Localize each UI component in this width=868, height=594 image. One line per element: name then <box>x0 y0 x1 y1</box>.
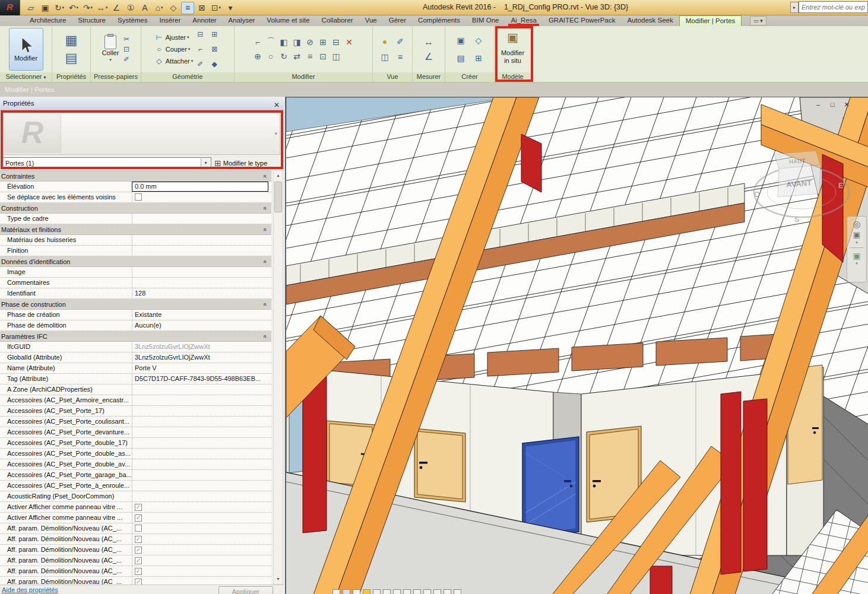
tab-bim-one[interactable]: BIM One <box>466 15 505 26</box>
search-input[interactable] <box>799 1 868 13</box>
move-icon[interactable]: ⊕ <box>252 51 264 62</box>
property-value[interactable] <box>132 395 268 405</box>
open-icon[interactable]: ▱ <box>24 2 37 14</box>
beam-joins-icon[interactable]: ⊞ <box>209 30 220 40</box>
modify-button[interactable]: Modifier <box>9 28 43 71</box>
property-value[interactable] <box>132 459 268 469</box>
offset-icon[interactable]: ⌒ <box>265 37 277 48</box>
scale-icon[interactable]: ⊡ <box>317 51 329 62</box>
property-value[interactable] <box>132 385 268 395</box>
zoom-icon[interactable]: ▣ <box>853 250 860 261</box>
materials-icon[interactable]: ▦ <box>62 31 80 49</box>
checkbox-checked[interactable]: ✓ <box>135 579 142 585</box>
view-control-bar[interactable] <box>332 589 677 594</box>
create-parts-icon[interactable]: ⊞ <box>473 53 484 64</box>
panel-label-modele[interactable]: Modèle <box>495 72 531 82</box>
section-header[interactable]: Matériaux et finitions« <box>0 224 271 235</box>
panel-label-geometrie[interactable]: Géométrie <box>141 72 234 82</box>
type-preview[interactable]: R ▾ <box>2 112 280 155</box>
close-icon[interactable]: ✕ <box>274 99 280 112</box>
tab-syst-mes[interactable]: Systèmes <box>112 15 154 26</box>
paste-button[interactable]: Coller ▾ <box>100 28 121 71</box>
viewcube-east-label[interactable]: E <box>838 181 844 190</box>
property-value[interactable]: ✓ <box>132 545 268 555</box>
section-header[interactable]: Contraintes« <box>0 171 271 182</box>
match-type-icon[interactable]: ✐ <box>121 55 132 65</box>
property-value[interactable] <box>132 523 268 533</box>
property-value[interactable]: ✓ <box>132 566 268 576</box>
property-value[interactable] <box>132 214 268 224</box>
wall-joins-icon[interactable]: ⊟ <box>195 30 205 40</box>
cope-button[interactable]: ⊢Ajuster▾ <box>154 31 193 43</box>
section-header[interactable]: Phase de construction« <box>0 299 271 310</box>
text-icon[interactable]: A <box>138 2 151 14</box>
infocenter-expand-icon[interactable]: ▸ <box>790 2 799 13</box>
property-value[interactable]: ✓ <box>132 577 268 585</box>
tab-g-rer[interactable]: Gérer <box>383 15 412 26</box>
tab-vue[interactable]: Vue <box>359 15 383 26</box>
mirror-draw-axis-icon[interactable]: ◨ <box>291 37 303 48</box>
default-3d-view-icon[interactable]: ⌂▾ <box>153 2 166 14</box>
join-geometry-button[interactable]: ◇Attacher▾ <box>154 55 193 67</box>
temporary-hide-icon[interactable] <box>413 589 421 594</box>
property-value[interactable] <box>132 491 268 501</box>
panel-label-creer[interactable]: Créer <box>445 72 494 82</box>
tab-collaborer[interactable]: Collaborer <box>316 15 359 26</box>
visual-style-icon[interactable] <box>353 589 360 594</box>
property-value[interactable] <box>132 267 268 277</box>
tab-modifier-portes[interactable]: Modifier | Portes <box>679 15 742 26</box>
steering-wheel-icon[interactable]: ◎ <box>853 219 860 230</box>
cut-icon[interactable]: ✂ <box>121 34 132 45</box>
property-value[interactable]: Aucun(e) <box>132 320 268 331</box>
copy-element-icon[interactable]: ○ <box>265 51 277 62</box>
shadows-icon[interactable] <box>373 589 381 594</box>
reveal-hidden-icon[interactable] <box>423 589 431 594</box>
tag-icon[interactable]: ① <box>124 2 137 14</box>
detail-level-icon[interactable] <box>343 589 350 594</box>
redo-icon[interactable]: ↷▾ <box>81 2 94 14</box>
crop-icon[interactable] <box>383 589 391 594</box>
sun-icon[interactable] <box>363 589 370 594</box>
scrollbar-thumb[interactable] <box>274 182 282 212</box>
tab-compl-ments[interactable]: Compléments <box>412 15 466 26</box>
switch-windows-icon[interactable]: ⊡▾ <box>210 2 223 14</box>
tab-architecture[interactable]: Architecture <box>24 15 72 26</box>
checkbox-checked[interactable]: ✓ <box>135 568 142 575</box>
split-icon[interactable]: ⊘ <box>304 37 316 48</box>
customize-qat-icon[interactable]: ▾ <box>224 2 237 14</box>
thin-lines-icon[interactable]: ≡ <box>181 2 194 14</box>
displace-elements-icon[interactable]: ◫ <box>379 52 391 63</box>
crop-visibility-icon[interactable] <box>393 589 401 594</box>
linework-icon[interactable]: ≡ <box>394 52 406 63</box>
close-icon[interactable]: ✕ <box>840 100 854 110</box>
property-value[interactable] <box>132 427 268 437</box>
trim-extend-icon[interactable]: ⇄ <box>291 51 303 62</box>
selection-filter-combo[interactable]: Portes (1) ▾ <box>2 157 211 169</box>
section-header[interactable]: Données d'identification« <box>0 256 271 267</box>
tab-ins-rer[interactable]: Insérer <box>154 15 187 26</box>
checkbox-checked[interactable]: ✓ <box>135 504 142 511</box>
properties-help-link[interactable]: Aide des propriétés <box>2 586 58 593</box>
cut-geometry-button[interactable]: ○Couper▾ <box>154 43 193 55</box>
property-value[interactable] <box>132 470 268 480</box>
edit-type-button[interactable]: ⊞ Modifier le type <box>214 157 267 169</box>
checkbox-checked[interactable]: ✓ <box>135 547 142 554</box>
checkbox-unchecked[interactable] <box>135 525 142 532</box>
scroll-up-icon[interactable]: ▲ <box>274 171 283 180</box>
panel-label-modifier[interactable]: Modifier <box>235 72 372 82</box>
property-value[interactable] <box>132 438 268 448</box>
tab-structure[interactable]: Structure <box>72 15 112 26</box>
checkbox-checked[interactable]: ✓ <box>135 536 142 543</box>
demolish-icon[interactable]: ◆ <box>209 59 220 69</box>
constraints-icon[interactable] <box>443 589 451 594</box>
measure-icon[interactable]: ↔▾ <box>96 2 109 14</box>
viewcube-south-label[interactable]: S <box>794 215 800 224</box>
create-assembly-icon[interactable]: ▤ <box>455 53 467 64</box>
viewcube-front-label[interactable]: AVANT <box>786 179 812 189</box>
save-icon[interactable]: ▣ <box>39 2 52 14</box>
tab-analyser[interactable]: Analyser <box>223 15 261 26</box>
property-value[interactable]: ✓ <box>132 513 268 523</box>
tab-annoter[interactable]: Annoter <box>186 15 222 26</box>
checkbox-checked[interactable]: ✓ <box>135 514 142 522</box>
property-value[interactable] <box>132 278 268 288</box>
